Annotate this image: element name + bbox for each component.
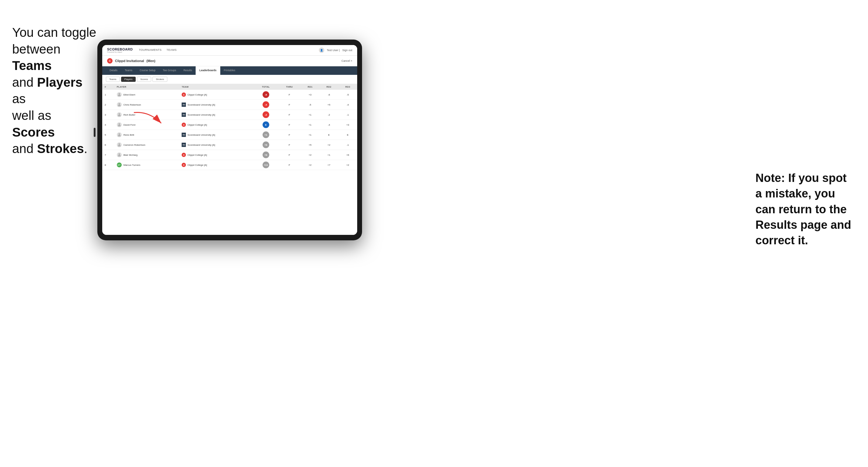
nav-left: SCOREBOARD Powered by clippd TOURNAMENTS… [107,48,177,53]
cell-player: Rich Butler [114,110,180,120]
svg-point-3 [118,123,120,125]
tab-course-setup[interactable]: Course Setup [136,66,159,75]
cell-rd3: +2 [338,160,357,170]
cell-total: +1 [253,130,278,140]
cell-player: Chris Robertson [114,100,180,110]
user-avatar-icon: 👤 [319,48,324,53]
cell-rd1: +5 [301,140,319,150]
cell-rd3: -5 [338,90,357,100]
sub-tab-teams[interactable]: Teams [106,77,120,82]
cell-thru: F [278,160,301,170]
bold-teams: Teams [12,58,52,73]
nav-right: 👤 Test User | Sign out [319,48,352,53]
player-name: David Ford [124,124,135,126]
bold-players: Players [37,75,83,89]
table-row: 6Cameron RobertsonSUScoreboard Universit… [102,140,357,150]
tournament-title: C Clippd Invitational (Men) [107,58,155,64]
cell-rd2: E [319,130,338,140]
score-badge: +6 [262,142,269,148]
table-row: 3Rich ButlerSUScoreboard University [A]-… [102,110,357,120]
bold-strokes: Strokes [37,142,84,156]
tab-printables[interactable]: Printables [220,66,239,75]
cell-team: SUScoreboard University [A] [179,100,253,110]
sub-tabs: Teams Players Scores Strokes [102,75,357,84]
cell-total: +6 [253,150,278,160]
tab-tee-groups[interactable]: Tee Groups [159,66,180,75]
tab-teams[interactable]: Teams [121,66,136,75]
cell-rd2: +1 [319,150,338,160]
player-name: Rich Butler [124,114,135,116]
bold-scores: Scores [12,125,55,139]
c-logo: C [107,58,113,64]
score-badge: +6 [262,152,269,158]
team-name: Scoreboard University [A] [187,144,215,146]
table-row: 8MTMarcus TurnersCClippd College [A]+11F… [102,160,357,170]
tablet-frame: SCOREBOARD Powered by clippd TOURNAMENTS… [97,39,362,240]
cell-team: SUScoreboard University [A] [179,130,253,140]
cell-rd3: E [338,130,357,140]
sign-out-link[interactable]: Sign out [342,49,352,52]
team-name: Clippd College [A] [187,164,207,166]
player-name: Elliot Ebert [124,93,135,96]
cell-rank: 6 [102,140,114,150]
tab-details[interactable]: Details [106,66,121,75]
cell-total: +11 [253,160,278,170]
cell-player: Blair McHarg [114,150,180,160]
cell-thru: F [278,110,301,120]
cell-rank: 5 [102,130,114,140]
nav-teams[interactable]: TEAMS [166,49,177,52]
score-badge: +11 [262,161,269,168]
cell-team: CClippd College [A] [179,90,253,100]
team-name: Clippd College [A] [187,124,207,126]
cell-rank: 3 [102,110,114,120]
cell-team: CClippd College [A] [179,160,253,170]
table-row: 4David FordCClippd College [A]EF+1-4+3 [102,120,357,130]
cell-team: SUScoreboard University [A] [179,110,253,120]
cell-player: Rees Britt [114,130,180,140]
logo-sub: Powered by clippd [107,51,133,53]
cell-rd3: -1 [338,110,357,120]
player-name: Chris Robertson [124,103,141,106]
col-player: PLAYER [114,84,180,90]
cell-rank: 1 [102,90,114,100]
cell-thru: F [278,90,301,100]
tab-results[interactable]: Results [180,66,196,75]
svg-point-4 [118,133,120,135]
nav-tournaments[interactable]: TOURNAMENTS [139,49,161,52]
tournament-gender: (Men) [146,59,155,63]
user-name: Test User | [327,49,340,52]
col-thru: THRU [278,84,301,90]
score-badge: -2 [262,111,269,118]
tab-nav: Details Teams Course Setup Tee Groups Re… [102,66,357,75]
tab-leaderboards[interactable]: Leaderboards [196,66,220,75]
cell-total: -2 [253,110,278,120]
cell-thru: F [278,120,301,130]
cell-rd1: +2 [301,160,319,170]
cell-player: Elliot Ebert [114,90,180,100]
col-total: TOTAL [253,84,278,90]
team-name: Scoreboard University [A] [187,114,215,116]
cell-rd2: +7 [319,160,338,170]
cell-rd3: -4 [338,100,357,110]
nav-links: TOURNAMENTS TEAMS [139,49,177,52]
sub-tab-strokes[interactable]: Strokes [152,77,167,82]
table-row: 5Rees BrittSUScoreboard University [A]+1… [102,130,357,140]
sub-tab-players[interactable]: Players [121,77,136,82]
cell-rank: 4 [102,120,114,130]
table-row: 2Chris RobertsonSUScoreboard University … [102,100,357,110]
player-name: Cameron Robertson [124,144,146,146]
cell-total: +6 [253,140,278,150]
cell-rd2: +5 [319,100,338,110]
svg-point-0 [118,93,120,95]
cancel-button[interactable]: Cancel × [341,59,352,62]
cell-team: SUScoreboard University [A] [179,140,253,150]
col-rd3: RD3 [338,84,357,90]
players-table: # PLAYER TEAM TOTAL THRU RD1 RD2 RD3 1El… [102,84,357,170]
cell-thru: F [278,150,301,160]
sub-tab-scores[interactable]: Scores [137,77,151,82]
team-name: Scoreboard University [A] [187,133,215,136]
cell-rank: 2 [102,100,114,110]
tournament-header: C Clippd Invitational (Men) Cancel × [102,56,357,66]
team-name: Clippd College [A] [187,154,207,156]
cell-rd1: -5 [301,100,319,110]
